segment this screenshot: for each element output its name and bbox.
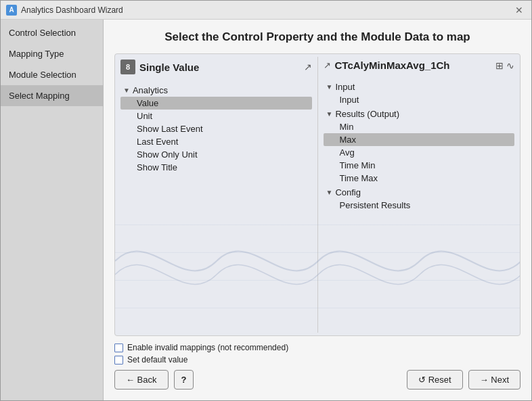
left-panel-title: Single Value <box>139 62 199 73</box>
mapping-area: 8 Single Value ↗ ▼ Analytics Value <box>114 53 520 336</box>
bottom-bar: Enable invalid mappings (not recommended… <box>114 343 520 364</box>
right-tree-item-persistent[interactable]: Persistent Results <box>324 199 515 212</box>
right-tree-item-time-max[interactable]: Time Max <box>324 172 515 185</box>
input-label: Input <box>335 82 355 92</box>
enable-invalid-checkbox[interactable] <box>114 344 123 352</box>
results-arrow: ▼ <box>326 110 333 118</box>
app-icon: A <box>6 5 17 16</box>
right-link-icon[interactable]: ↗ <box>324 60 331 70</box>
left-tree-item-value[interactable]: Value <box>120 97 312 110</box>
analytics-group-header[interactable]: ▼ Analytics <box>120 84 312 97</box>
window-title: Analytics Dashboard Wizard <box>21 5 123 15</box>
left-link-icon[interactable]: ↗ <box>304 62 312 72</box>
sidebar: Control Selection Mapping Type Module Se… <box>1 20 104 400</box>
right-panel: ↗ CTcAlyMinMaxAvg_1Ch ⊞ ∿ ▼ Input <box>318 54 520 335</box>
results-group-header[interactable]: ▼ Results (Output) <box>324 108 515 120</box>
right-panel-icons: ⊞ ∿ <box>495 60 514 71</box>
right-panel-title: CTcAlyMinMaxAvg_1Ch <box>335 60 450 71</box>
left-tree-item-show-title[interactable]: Show Title <box>120 161 312 174</box>
left-panel-icons: ↗ <box>304 62 312 72</box>
footer-buttons: ← Back ? ↺ Reset → Next <box>114 370 520 390</box>
titlebar-left: A Analytics Dashboard Wizard <box>6 5 123 16</box>
right-tree: ▼ Input Input ▼ Results (Output) Min <box>324 79 515 330</box>
content-area: Control Selection Mapping Type Module Se… <box>1 20 531 400</box>
sidebar-item-module-selection[interactable]: Module Selection <box>1 64 103 85</box>
help-button[interactable]: ? <box>174 370 194 390</box>
right-tree-item-avg[interactable]: Avg <box>324 146 515 159</box>
left-tree-item-show-only-unit[interactable]: Show Only Unit <box>120 148 312 161</box>
analytics-label: Analytics <box>133 85 168 95</box>
reset-button[interactable]: ↺ Reset <box>407 370 463 390</box>
right-tree-item-min[interactable]: Min <box>324 120 515 133</box>
right-wave-icon[interactable]: ∿ <box>506 60 514 71</box>
left-tree-item-unit[interactable]: Unit <box>120 110 312 122</box>
main-content: Select the Control Property and the Modu… <box>104 20 531 400</box>
checkbox-row-2: Set default value <box>114 355 520 364</box>
analytics-arrow: ▼ <box>123 87 130 94</box>
config-arrow: ▼ <box>326 189 333 196</box>
right-panel-header: ↗ CTcAlyMinMaxAvg_1Ch ⊞ ∿ <box>324 60 515 74</box>
config-label: Config <box>335 187 361 197</box>
titlebar: A Analytics Dashboard Wizard ✕ <box>1 1 531 20</box>
left-panel-header: 8 Single Value ↗ <box>120 60 312 77</box>
right-manage-icon[interactable]: ⊞ <box>495 60 504 71</box>
right-tree-item-input[interactable]: Input <box>324 93 515 106</box>
results-label: Results (Output) <box>335 109 399 119</box>
footer-left-buttons: ← Back ? <box>114 370 194 390</box>
input-group-header[interactable]: ▼ Input <box>324 80 515 93</box>
input-group: ▼ Input Input <box>324 80 515 106</box>
right-tree-item-time-min[interactable]: Time Min <box>324 159 515 172</box>
page-title: Select the Control Property and the Modu… <box>114 30 520 44</box>
footer-right-buttons: ↺ Reset → Next <box>407 370 520 390</box>
sidebar-item-select-mapping[interactable]: Select Mapping <box>1 85 103 106</box>
main-window: A Analytics Dashboard Wizard ✕ Control S… <box>0 0 532 401</box>
sidebar-item-control-selection[interactable]: Control Selection <box>1 22 103 43</box>
close-button[interactable]: ✕ <box>512 3 526 17</box>
config-group: ▼ Config Persistent Results <box>324 186 515 212</box>
back-button[interactable]: ← Back <box>114 370 169 390</box>
set-default-checkbox[interactable] <box>114 356 123 364</box>
sidebar-item-mapping-type[interactable]: Mapping Type <box>1 43 103 64</box>
left-tree-item-last-event[interactable]: Last Event <box>120 135 312 148</box>
config-group-header[interactable]: ▼ Config <box>324 186 515 199</box>
left-tree: ▼ Analytics Value Unit Show Last Event L… <box>120 82 312 330</box>
checkbox-row-1: Enable invalid mappings (not recommended… <box>114 343 520 352</box>
results-group: ▼ Results (Output) Min Max Avg Time Min … <box>324 108 515 185</box>
next-button[interactable]: → Next <box>468 370 520 390</box>
left-panel: 8 Single Value ↗ ▼ Analytics Value <box>115 54 317 335</box>
analytics-group: ▼ Analytics Value Unit Show Last Event L… <box>120 84 312 174</box>
set-default-label: Set default value <box>127 355 187 364</box>
left-panel-icon: 8 <box>120 60 135 74</box>
enable-invalid-label: Enable invalid mappings (not recommended… <box>127 343 288 352</box>
right-tree-item-max[interactable]: Max <box>324 133 515 146</box>
left-tree-item-show-last-event[interactable]: Show Last Event <box>120 122 312 135</box>
input-arrow: ▼ <box>326 83 333 91</box>
